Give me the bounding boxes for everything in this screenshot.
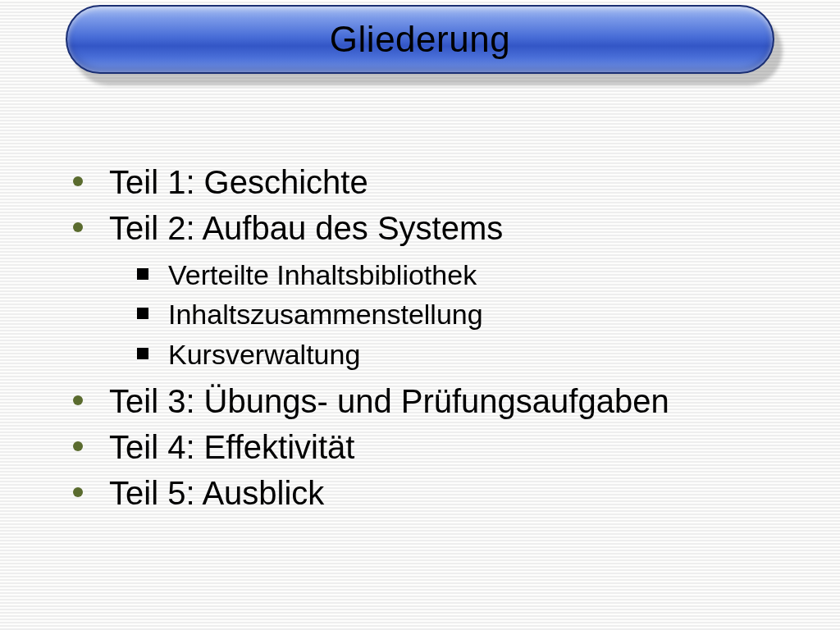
outline-item: Teil 1: Geschichte — [70, 160, 792, 204]
outline-subitem: Inhaltszusammenstellung — [70, 294, 792, 334]
outline-sublist: Verteilte Inhaltsbibliothek Inhaltszusam… — [70, 255, 792, 374]
outline-item: Teil 2: Aufbau des Systems — [70, 206, 792, 250]
bullet-dot-icon — [73, 395, 83, 405]
outline-subitem-text: Verteilte Inhaltsbibliothek — [168, 259, 477, 290]
bullet-dot-icon — [73, 222, 83, 232]
bullet-dot-icon — [73, 487, 83, 497]
outline-subitem-text: Inhaltszusammenstellung — [168, 299, 483, 330]
outline-item-text: Teil 4: Effektivität — [109, 429, 354, 465]
outline-item-text: Teil 5: Ausblick — [109, 475, 324, 511]
outline-item-text: Teil 3: Übungs- und Prüfungsaufgaben — [109, 383, 669, 419]
outline-item: Teil 3: Übungs- und Prüfungsaufgaben — [70, 379, 792, 423]
outline-item-text: Teil 1: Geschichte — [109, 164, 368, 200]
title-container: Gliederung — [66, 5, 774, 74]
outline-subitem-text: Kursverwaltung — [168, 339, 360, 370]
outline-subitem: Kursverwaltung — [70, 335, 792, 374]
bullet-square-icon — [137, 308, 148, 319]
outline-subitem: Verteilte Inhaltsbibliothek — [70, 255, 792, 294]
bullet-dot-icon — [73, 441, 83, 451]
bullet-square-icon — [137, 348, 148, 359]
slide: Gliederung Teil 1: Geschichte Teil 2: Au… — [0, 0, 840, 630]
outline-item: Teil 4: Effektivität — [70, 425, 792, 469]
outline-content: Teil 1: Geschichte Teil 2: Aufbau des Sy… — [70, 160, 792, 517]
outline-item: Teil 5: Ausblick — [70, 471, 792, 515]
outline-item-text: Teil 2: Aufbau des Systems — [109, 210, 503, 246]
bullet-dot-icon — [73, 176, 83, 186]
bullet-square-icon — [137, 268, 148, 280]
slide-title: Gliederung — [66, 5, 774, 74]
